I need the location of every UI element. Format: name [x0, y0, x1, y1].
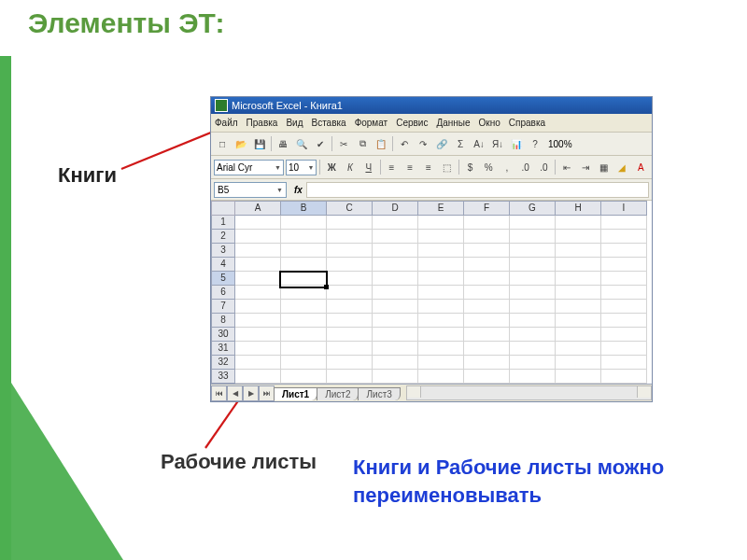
menu-data[interactable]: Данные: [436, 118, 470, 128]
cell[interactable]: [464, 286, 510, 300]
percent-icon[interactable]: %: [480, 159, 497, 175]
cell[interactable]: [418, 356, 464, 370]
cell[interactable]: [373, 300, 418, 314]
zoom-value[interactable]: 100%: [545, 139, 575, 149]
cell[interactable]: [281, 272, 327, 286]
hyperlink-icon[interactable]: 🔗: [433, 135, 450, 152]
cell[interactable]: [510, 258, 556, 272]
cell[interactable]: [601, 370, 647, 384]
undo-icon[interactable]: ↶: [396, 135, 413, 152]
cell[interactable]: [281, 244, 327, 258]
cell[interactable]: [556, 286, 601, 300]
cell[interactable]: [510, 230, 556, 244]
cell[interactable]: [510, 300, 556, 314]
cell[interactable]: [235, 272, 281, 286]
cell[interactable]: [556, 272, 601, 286]
cell[interactable]: [281, 370, 327, 384]
open-icon[interactable]: 📂: [233, 135, 249, 152]
cell[interactable]: [235, 370, 281, 384]
cell[interactable]: [464, 272, 510, 286]
cell[interactable]: [464, 356, 510, 370]
cut-icon[interactable]: ✂: [335, 135, 352, 152]
cell[interactable]: [418, 300, 464, 314]
cell[interactable]: [373, 258, 418, 272]
cell[interactable]: [510, 272, 556, 286]
name-box[interactable]: B5▼: [214, 182, 287, 198]
col-header[interactable]: E: [418, 201, 464, 216]
cell[interactable]: [235, 244, 281, 258]
cell[interactable]: [235, 356, 281, 370]
cell[interactable]: [235, 328, 281, 342]
row-header[interactable]: 6: [211, 286, 235, 300]
cell[interactable]: [418, 216, 464, 230]
tab-nav-first[interactable]: ⏮: [211, 385, 227, 401]
cell[interactable]: [281, 258, 327, 272]
bold-button[interactable]: Ж: [323, 159, 340, 175]
col-header[interactable]: G: [510, 201, 556, 216]
cell[interactable]: [510, 328, 556, 342]
tab-nav-prev[interactable]: ◀: [227, 385, 243, 401]
col-header[interactable]: D: [373, 201, 418, 216]
new-icon[interactable]: □: [214, 135, 231, 152]
cell[interactable]: [510, 216, 556, 230]
cell[interactable]: [281, 300, 327, 314]
italic-button[interactable]: К: [342, 159, 359, 175]
cell[interactable]: [235, 314, 281, 328]
align-left-icon[interactable]: ≡: [384, 159, 401, 175]
cell[interactable]: [556, 300, 601, 314]
cell[interactable]: [235, 342, 281, 356]
cell[interactable]: [418, 342, 464, 356]
cell[interactable]: [327, 356, 373, 370]
menu-help[interactable]: Справка: [509, 118, 545, 128]
cell[interactable]: [556, 258, 601, 272]
cell[interactable]: [373, 370, 418, 384]
row-header[interactable]: 3: [211, 244, 235, 258]
cell[interactable]: [235, 286, 281, 300]
sheet-tab[interactable]: Лист2: [317, 387, 359, 400]
cell[interactable]: [418, 272, 464, 286]
font-name-select[interactable]: Arial Cyr▼: [214, 160, 284, 175]
cell[interactable]: [601, 216, 647, 230]
merge-center-icon[interactable]: ⬚: [439, 159, 456, 175]
cell[interactable]: [235, 300, 281, 314]
cell[interactable]: [556, 314, 601, 328]
cell[interactable]: [327, 314, 373, 328]
decrease-decimal-icon[interactable]: .0: [536, 159, 553, 175]
menu-window[interactable]: Окно: [479, 118, 500, 128]
horizontal-scrollbar[interactable]: [406, 385, 652, 400]
select-all-corner[interactable]: [211, 201, 235, 216]
cell[interactable]: [510, 342, 556, 356]
cell[interactable]: [464, 370, 510, 384]
row-header[interactable]: 4: [211, 258, 235, 272]
cell[interactable]: [601, 244, 647, 258]
cell[interactable]: [373, 216, 418, 230]
print-icon[interactable]: 🖶: [275, 135, 291, 152]
cell[interactable]: [373, 314, 418, 328]
cell[interactable]: [601, 328, 647, 342]
cell[interactable]: [418, 370, 464, 384]
cell[interactable]: [327, 230, 373, 244]
help-icon[interactable]: ?: [527, 135, 543, 152]
row-header[interactable]: 32: [211, 356, 235, 370]
cell[interactable]: [601, 258, 647, 272]
row-header[interactable]: 33: [211, 370, 235, 384]
col-header[interactable]: H: [556, 201, 601, 216]
cell[interactable]: [327, 300, 373, 314]
decrease-indent-icon[interactable]: ⇤: [558, 159, 575, 175]
cell[interactable]: [235, 216, 281, 230]
sheet-tab[interactable]: Лист1: [274, 387, 317, 400]
cell[interactable]: [281, 314, 327, 328]
row-header[interactable]: 5: [211, 272, 235, 286]
cell[interactable]: [281, 356, 327, 370]
cell[interactable]: [327, 342, 373, 356]
row-header[interactable]: 8: [211, 314, 235, 328]
cell[interactable]: [235, 230, 281, 244]
row-header[interactable]: 1: [211, 216, 235, 230]
tab-nav-next[interactable]: ▶: [243, 385, 259, 401]
cell[interactable]: [556, 342, 601, 356]
cell[interactable]: [327, 258, 373, 272]
increase-indent-icon[interactable]: ⇥: [577, 159, 594, 175]
cell[interactable]: [556, 328, 601, 342]
spellcheck-icon[interactable]: ✔: [312, 135, 329, 152]
cell[interactable]: [556, 216, 601, 230]
